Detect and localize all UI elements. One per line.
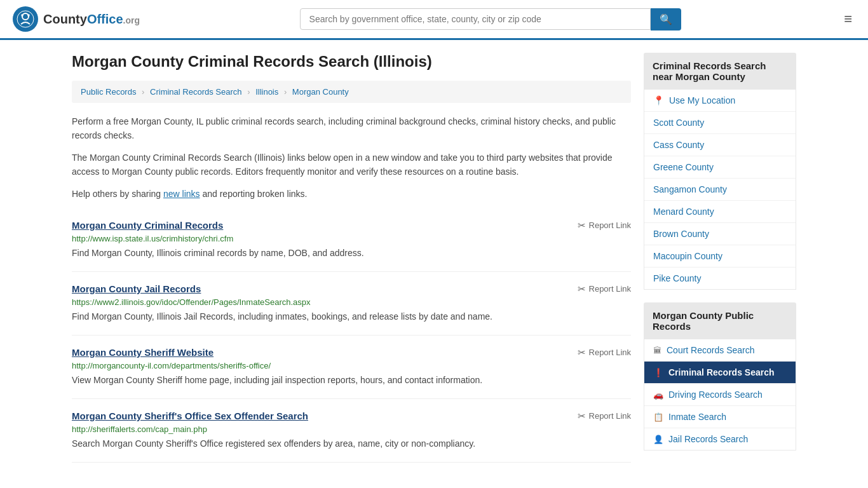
record-url-0[interactable]: http://www.isp.state.il.us/crimhistory/c… (72, 234, 631, 243)
public-records-link-2[interactable]: Driving Records Search (668, 390, 763, 400)
sidebar: Criminal Records Search near Morgan Coun… (644, 53, 796, 463)
logo-text: CountyOffice.org (43, 12, 140, 27)
search-button[interactable]: 🔍 (651, 8, 681, 30)
nearby-item-3[interactable]: Greene County (644, 156, 796, 179)
public-records-list: 🏛Court Records Search❗Criminal Records S… (644, 339, 796, 451)
nearby-link-3[interactable]: Greene County (653, 162, 714, 172)
nearby-link-1[interactable]: Scott County (653, 118, 704, 128)
nearby-item-7[interactable]: Macoupin County (644, 245, 796, 268)
report-icon-2: ✂ (578, 347, 586, 358)
record-entry: Morgan County Sheriff's Office Sex Offen… (72, 399, 631, 463)
report-link-2[interactable]: ✂ Report Link (578, 347, 631, 358)
nearby-link-2[interactable]: Cass County (653, 140, 704, 150)
logo-icon (13, 6, 38, 32)
public-records-section: Morgan County Public Records 🏛Court Reco… (644, 302, 796, 451)
record-title-2[interactable]: Morgan County Sheriff Website (72, 347, 214, 358)
public-records-item-2[interactable]: 🚗Driving Records Search (644, 384, 796, 406)
breadcrumb-illinois[interactable]: Illinois (255, 87, 278, 97)
record-url-2[interactable]: http://morgancounty-il.com/departments/s… (72, 361, 631, 370)
nearby-link-7[interactable]: Macoupin County (653, 251, 722, 261)
nearby-link-4[interactable]: Sangamon County (653, 184, 727, 194)
record-entry: Morgan County Jail Records ✂ Report Link… (72, 272, 631, 336)
public-records-link-3[interactable]: Inmate Search (668, 412, 726, 422)
sidebar-icon-4: 👤 (653, 435, 663, 444)
public-records-header: Morgan County Public Records (644, 302, 796, 339)
description-para1: Perform a free Morgan County, IL public … (72, 114, 631, 143)
nearby-item-8[interactable]: Pike County (644, 268, 796, 289)
record-desc-2: View Morgan County Sheriff home page, in… (72, 374, 631, 387)
nearby-list: 📍Use My LocationScott CountyCass CountyG… (644, 90, 796, 290)
menu-button[interactable]: ≡ (841, 8, 855, 30)
sidebar-icon-3: 📋 (653, 412, 663, 422)
main-container: Morgan County Criminal Records Search (I… (59, 53, 809, 463)
sidebar-icon-0: 🏛 (653, 346, 661, 355)
breadcrumb-morgan-county[interactable]: Morgan County (292, 87, 349, 97)
nearby-link-6[interactable]: Brown County (653, 229, 709, 239)
public-records-item-0[interactable]: 🏛Court Records Search (644, 339, 796, 362)
nearby-item-4[interactable]: Sangamon County (644, 179, 796, 201)
svg-point-2 (21, 14, 24, 17)
record-entry: Morgan County Criminal Records ✂ Report … (72, 208, 631, 272)
search-area: 🔍 (300, 8, 681, 30)
description-para3: Help others by sharing new links and rep… (72, 187, 631, 201)
nearby-header: Criminal Records Search near Morgan Coun… (644, 53, 796, 90)
nearby-link-0[interactable]: Use My Location (669, 95, 735, 105)
breadcrumb-sep-1: › (142, 87, 144, 97)
public-records-link-0[interactable]: Court Records Search (667, 345, 755, 355)
menu-icon: ≡ (844, 11, 852, 27)
report-link-3[interactable]: ✂ Report Link (578, 410, 631, 422)
breadcrumb-public-records[interactable]: Public Records (81, 87, 136, 97)
public-records-item-4[interactable]: 👤Jail Records Search (644, 428, 796, 450)
breadcrumb: Public Records › Criminal Records Search… (72, 81, 631, 103)
nearby-item-5[interactable]: Menard County (644, 201, 796, 223)
public-records-item-1[interactable]: ❗Criminal Records Search (644, 362, 796, 384)
logo-area: CountyOffice.org (13, 6, 140, 32)
report-icon-3: ✂ (578, 410, 586, 422)
record-desc-3: Search Morgan County Sheriff's Office re… (72, 437, 631, 451)
nearby-item-6[interactable]: Brown County (644, 223, 796, 245)
content-area: Morgan County Criminal Records Search (I… (72, 53, 631, 463)
sidebar-icon-2: 🚗 (653, 390, 663, 400)
breadcrumb-criminal-records[interactable]: Criminal Records Search (150, 87, 242, 97)
breadcrumb-sep-2: › (247, 87, 250, 97)
public-records-item-3[interactable]: 📋Inmate Search (644, 406, 796, 428)
sidebar-icon-1: ❗ (653, 368, 663, 377)
nearby-item-1[interactable]: Scott County (644, 112, 796, 134)
report-link-0[interactable]: ✂ Report Link (578, 220, 631, 231)
nearby-item-0[interactable]: 📍Use My Location (644, 90, 796, 112)
search-icon: 🔍 (660, 14, 672, 25)
page-title: Morgan County Criminal Records Search (I… (72, 53, 631, 71)
svg-point-3 (27, 14, 30, 17)
site-header: CountyOffice.org 🔍 ≡ (0, 0, 868, 40)
public-records-link-1[interactable]: Criminal Records Search (668, 367, 775, 377)
nearby-link-8[interactable]: Pike County (653, 273, 701, 283)
new-links-link[interactable]: new links (163, 189, 200, 199)
report-icon-0: ✂ (578, 220, 586, 231)
record-title-1[interactable]: Morgan County Jail Records (72, 283, 201, 294)
record-desc-1: Find Morgan County, Illinois Jail Record… (72, 310, 631, 323)
record-entry: Morgan County Sheriff Website ✂ Report L… (72, 336, 631, 399)
nearby-link-5[interactable]: Menard County (653, 207, 714, 217)
record-desc-0: Find Morgan County, Illinois criminal re… (72, 247, 631, 260)
public-records-link-4[interactable]: Jail Records Search (668, 434, 748, 444)
search-input[interactable] (300, 8, 651, 30)
record-list: Morgan County Criminal Records ✂ Report … (72, 208, 631, 463)
breadcrumb-sep-3: › (284, 87, 287, 97)
location-icon: 📍 (653, 95, 664, 105)
record-url-3[interactable]: http://sheriffalerts.com/cap_main.php (72, 424, 631, 434)
nearby-item-2[interactable]: Cass County (644, 134, 796, 156)
record-title-0[interactable]: Morgan County Criminal Records (72, 220, 223, 231)
record-url-1[interactable]: https://www2.illinois.gov/idoc/Offender/… (72, 297, 631, 307)
description-para2: The Morgan County Criminal Records Searc… (72, 151, 631, 179)
report-link-1[interactable]: ✂ Report Link (578, 283, 631, 295)
report-icon-1: ✂ (578, 283, 586, 295)
nearby-section: Criminal Records Search near Morgan Coun… (644, 53, 796, 290)
record-title-3[interactable]: Morgan County Sheriff's Office Sex Offen… (72, 410, 308, 421)
